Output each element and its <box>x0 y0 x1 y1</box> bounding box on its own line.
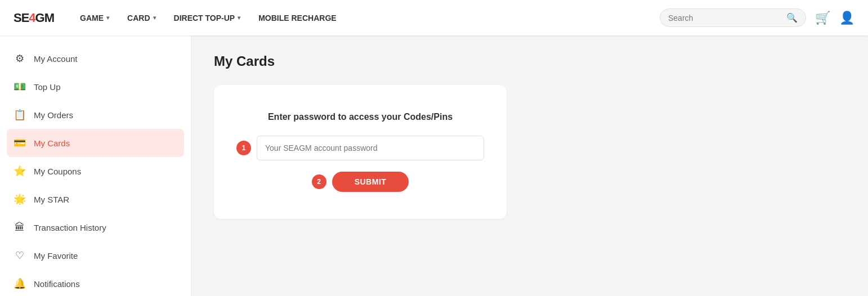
logo[interactable]: SE4GM <box>14 11 54 25</box>
page-title: My Cards <box>214 53 845 69</box>
panel-title: Enter password to access your Codes/Pins <box>236 112 484 122</box>
main-nav: GAME ▾ CARD ▾ DIRECT TOP-UP ▾ MOBILE REC… <box>72 9 660 27</box>
step-1-badge: 1 <box>236 141 251 155</box>
nav-item-game[interactable]: GAME ▾ <box>72 9 117 27</box>
coupons-icon: ⭐ <box>14 165 26 177</box>
sidebar-item-favorite[interactable]: ♡ My Favorite <box>0 241 191 270</box>
search-bar: 🔍 <box>660 8 806 27</box>
heart-icon: ♡ <box>14 249 26 262</box>
main-content: My Cards Enter password to access your C… <box>191 35 868 296</box>
step-2-badge: 2 <box>312 174 326 189</box>
nav-item-mobile-recharge[interactable]: MOBILE RECHARGE <box>250 9 344 27</box>
chevron-down-icon: ▾ <box>153 15 156 21</box>
submit-row: 2 SUBMIT <box>236 172 484 192</box>
sidebar-item-topup[interactable]: 💵 Top Up <box>0 73 191 101</box>
user-icon[interactable]: 👤 <box>839 11 854 25</box>
history-icon: 🏛 <box>14 221 26 234</box>
sidebar-item-coupons[interactable]: ⭐ My Coupons <box>0 157 191 185</box>
sidebar-item-cards[interactable]: 💳 My Cards <box>7 129 184 157</box>
bell-icon: 🔔 <box>14 277 26 290</box>
orders-icon: 📋 <box>14 109 26 121</box>
sidebar-item-transaction-history[interactable]: 🏛 Transaction History <box>0 213 191 241</box>
gear-icon: ⚙ <box>14 52 26 65</box>
password-input-row: 1 <box>236 136 484 160</box>
sidebar-item-account[interactable]: ⚙ My Account <box>0 44 191 73</box>
search-input[interactable] <box>668 14 783 23</box>
sidebar-item-star[interactable]: 🌟 My STAR <box>0 185 191 213</box>
chevron-down-icon: ▾ <box>106 15 109 21</box>
card-panel: Enter password to access your Codes/Pins… <box>214 85 507 219</box>
submit-button[interactable]: SUBMIT <box>332 172 409 192</box>
chevron-down-icon: ▾ <box>238 15 240 21</box>
topup-icon: 💵 <box>14 80 26 93</box>
sidebar-item-orders[interactable]: 📋 My Orders <box>0 101 191 129</box>
nav-item-direct-topup[interactable]: DIRECT TOP-UP ▾ <box>166 9 249 27</box>
main-layout: ⚙ My Account 💵 Top Up 📋 My Orders 💳 My C… <box>0 35 868 296</box>
sidebar-item-notifications[interactable]: 🔔 Notifications <box>0 270 191 296</box>
header: SE4GM GAME ▾ CARD ▾ DIRECT TOP-UP ▾ MOBI… <box>0 0 868 35</box>
password-field[interactable] <box>257 136 484 160</box>
search-icon: 🔍 <box>786 12 798 23</box>
nav-item-card[interactable]: CARD ▾ <box>119 9 163 27</box>
header-right: 🔍 🛒 👤 <box>660 8 854 27</box>
cards-icon: 💳 <box>14 137 26 149</box>
cart-icon[interactable]: 🛒 <box>815 11 830 25</box>
sidebar: ⚙ My Account 💵 Top Up 📋 My Orders 💳 My C… <box>0 35 191 296</box>
star-icon: 🌟 <box>14 193 26 205</box>
